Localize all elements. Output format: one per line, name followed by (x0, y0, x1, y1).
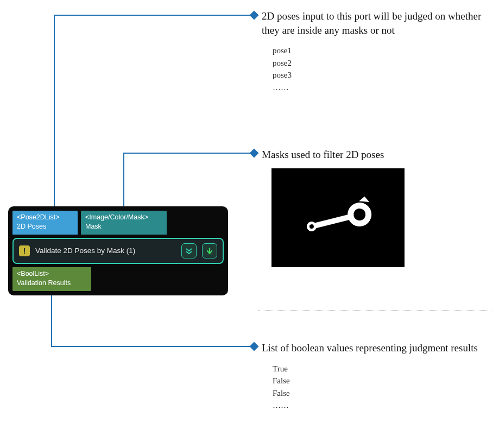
step-node: <Pose2DList> 2D Poses <Image/Color/Mask>… (8, 206, 228, 295)
annotation-headline: Masks used to filter 2D poses (262, 148, 484, 162)
input-port-row: <Pose2DList> 2D Poses <Image/Color/Mask>… (12, 211, 224, 235)
node-body[interactable]: ! Validate 2D Poses by Mask (1) (12, 238, 224, 264)
list-item: False (273, 375, 484, 387)
list-item: pose1 (273, 45, 484, 57)
list-item: False (273, 387, 484, 400)
node-title: Validate 2D Poses by Mask (1) (35, 247, 176, 255)
input-port-pose2dlist[interactable]: <Pose2DList> 2D Poses (12, 211, 78, 235)
list-item: True (273, 363, 484, 375)
list-item: …… (273, 399, 484, 412)
annotation-mask: Masks used to filter 2D poses (262, 148, 484, 162)
run-button[interactable] (202, 243, 217, 258)
annotation-headline: List of boolean values representing judg… (262, 341, 484, 355)
annotation-poses: 2D poses input to this port will be judg… (262, 9, 484, 93)
output-port-boollist[interactable]: <BoolList> Validation Results (12, 267, 91, 291)
port-type-label: <Pose2DList> (17, 213, 73, 222)
annotation-list: pose1 pose2 pose3 …… (273, 45, 484, 93)
port-name-label: Mask (85, 222, 162, 231)
port-name-label: 2D Poses (17, 222, 73, 231)
diamond-marker (250, 149, 259, 158)
warning-icon: ! (19, 245, 30, 256)
list-item: pose3 (273, 69, 484, 81)
port-type-label: <BoolList> (17, 269, 87, 279)
list-item: pose2 (273, 57, 484, 70)
diamond-marker (250, 342, 259, 351)
wrench-mask-icon (271, 168, 405, 267)
port-name-label: Validation Results (17, 279, 87, 288)
annotation-list: True False False …… (273, 363, 484, 412)
list-item: …… (273, 81, 484, 94)
double-chevron-down-icon (185, 247, 193, 255)
diamond-marker (250, 11, 259, 20)
port-type-label: <Image/Color/Mask> (85, 213, 162, 222)
annotation-headline: 2D poses input to this port will be judg… (262, 9, 484, 37)
expand-button[interactable] (181, 243, 197, 258)
input-port-mask[interactable]: <Image/Color/Mask> Mask (81, 211, 167, 235)
arrow-down-icon (206, 247, 213, 255)
separator (258, 311, 491, 311)
mask-preview-image (271, 168, 405, 267)
annotation-results: List of boolean values representing judg… (262, 341, 484, 412)
